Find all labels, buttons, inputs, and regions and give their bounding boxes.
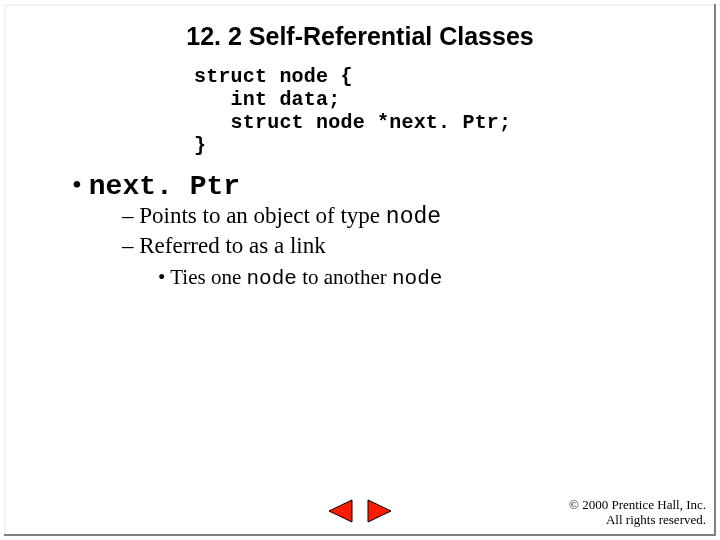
sub-bullet-ties: • Ties one node to another node — [158, 265, 694, 290]
triangle-right-icon — [366, 498, 394, 524]
dash-text: Referred to as a link — [134, 233, 326, 258]
sub-text-pre: Ties one — [165, 265, 246, 289]
dash-text: Points to an object of type — [134, 203, 386, 228]
copyright: © 2000 Prentice Hall, Inc. All rights re… — [569, 497, 706, 528]
code-block: struct node { int data; struct node *nex… — [194, 65, 694, 157]
sub-mono-1: node — [246, 267, 296, 290]
bullet-nextptr: • next. Ptr — [72, 169, 694, 202]
slide-title: 12. 2 Self-Referential Classes — [26, 22, 694, 51]
dash-referred-link: – Referred to as a link — [122, 232, 694, 261]
copyright-line1: © 2000 Prentice Hall, Inc. — [569, 497, 706, 513]
bullet-term: next. Ptr — [89, 171, 240, 202]
sub-mono-2: node — [392, 267, 442, 290]
sub-text-mid: to another — [297, 265, 392, 289]
copyright-line2: All rights reserved. — [569, 512, 706, 528]
dash-marker: – — [122, 233, 134, 258]
prev-button[interactable] — [326, 498, 354, 528]
nav-controls — [326, 498, 394, 528]
triangle-left-icon — [326, 498, 354, 524]
dash-points-to: – Points to an object of type node — [122, 202, 694, 232]
dash-marker: – — [122, 203, 134, 228]
svg-marker-0 — [329, 500, 352, 522]
next-button[interactable] — [366, 498, 394, 528]
bullet-marker: • — [72, 169, 82, 200]
svg-marker-1 — [368, 500, 391, 522]
dash-mono-node: node — [386, 204, 441, 230]
